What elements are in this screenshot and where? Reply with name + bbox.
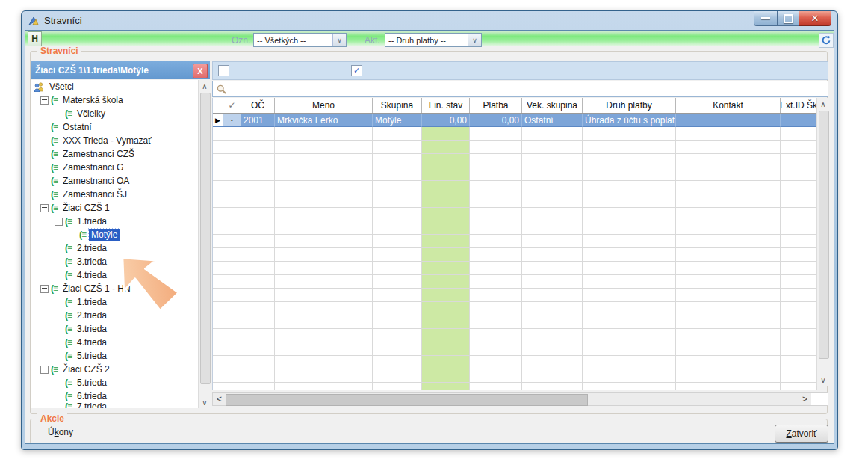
column-header-fin_stav[interactable]: Fin. stav [422,98,470,113]
tree-item-5-trieda[interactable]: (≡5.trieda [31,376,210,389]
grid-scroll-left-icon[interactable]: < [213,393,226,405]
column-header-oc[interactable]: OČ [241,98,275,113]
tree-item-7-trieda[interactable]: (≡7.trieda [31,403,210,408]
search-input[interactable] [212,81,828,97]
cell-meno[interactable]: Mrkvička Ferko [275,114,373,127]
ozn-checkbox[interactable] [218,65,229,76]
tree-item-matersk-kola[interactable]: (≡Materská škola [31,93,210,107]
tree-item-v-etci[interactable]: Všetci [31,80,210,93]
tree-item-zamestnanci-oa[interactable]: (≡Zamestnanci OA [31,174,210,188]
tree-item-label[interactable]: Ostatní [61,121,94,133]
tree-item-label[interactable]: 1.trieda [75,215,109,227]
tree-item-label[interactable]: 2.trieda [75,309,109,321]
column-header-check[interactable]: ✓ [223,98,241,113]
tree-item-label[interactable]: Žiaci CZŠ 2 [61,363,112,375]
diners-grid[interactable]: ✓OČMenoSkupinaFin. stavPlatbaVek. skupin… [212,98,817,390]
tree-item-zamestnanci-g[interactable]: (≡Zamestnanci G [31,161,210,174]
cell-oc[interactable]: 2001 [241,114,275,127]
akt-checkbox[interactable]: ✓ [351,65,362,76]
tree-item-label[interactable]: 5.trieda [75,350,109,362]
grid-scroll-down-icon[interactable]: ∨ [817,374,829,386]
tree-item-label[interactable]: Všetci [47,81,76,93]
tree-item-label[interactable]: 2.trieda [75,242,109,254]
clear-selection-button[interactable]: X [193,64,208,78]
tree-item-4-trieda[interactable]: (≡4.trieda [31,268,210,282]
tree-collapse-icon[interactable] [40,366,49,374]
tree-item-label[interactable]: Zamestnanci OA [61,175,131,187]
grid-horizontal-scrollbar[interactable]: < > [212,392,828,406]
grid-hscroll-thumb[interactable] [226,394,588,406]
payment-type-dropdown[interactable]: -- Druh platby -- ∨ [385,33,482,47]
tree-item-zamestnanci-cz[interactable]: (≡Zamestnanci CZŠ [31,147,210,161]
tree-item-iaci-cz-2[interactable]: (≡Žiaci CZŠ 2 [31,363,210,376]
tree-item-label[interactable]: Motýle [89,229,120,241]
chevron-down-icon[interactable]: ∨ [332,34,346,46]
tree-item-label[interactable]: 7.trieda [75,403,109,408]
cell-check[interactable]: • [223,114,241,127]
zatvorit-button[interactable]: Zatvoriť [775,425,828,443]
tree-item-label[interactable]: Zamestnanci G [61,161,125,173]
grid-scroll-right-icon[interactable]: > [799,393,811,405]
tree-item-label[interactable]: Včielky [75,108,108,120]
column-header-ext_id[interactable]: Ext.ID Šk [781,98,817,113]
cell-fin_stav[interactable]: 0,00 [422,114,470,127]
grid-vscroll-thumb[interactable] [819,111,829,359]
tree-scrollbar[interactable]: ∧ ∨ [198,80,211,408]
column-header-vek_skupina[interactable]: Vek. skupina [522,98,583,113]
tree-scroll-up-icon[interactable]: ∧ [199,80,211,92]
close-window-button[interactable]: ✕ [799,11,831,26]
maximize-button[interactable] [778,11,799,26]
refresh-button[interactable] [819,33,834,48]
column-header-kontakt[interactable]: Kontakt [676,98,781,113]
tree-collapse-icon[interactable] [40,96,49,105]
grid-scroll-up-icon[interactable]: ∧ [817,98,829,110]
tree-item-label[interactable]: Zamestnanci CZŠ [61,148,137,160]
tree-item-3-trieda[interactable]: (≡3.trieda [31,255,210,268]
cell-skupina[interactable]: Motýle [373,114,422,127]
cell-ext_id[interactable] [781,114,817,127]
column-header-marker[interactable] [213,98,223,113]
cell-druh_platby[interactable]: Úhrada z účtu s poplatko [583,114,676,127]
all-dropdown[interactable]: -- Všetkých -- ∨ [253,33,347,47]
cell-vek_skupina[interactable]: Ostatní [522,114,583,127]
chevron-down-icon[interactable]: ∨ [468,34,481,46]
tree-item-label[interactable]: Žiaci CZŠ 1 [61,202,112,214]
tree-item-2-trieda[interactable]: (≡2.trieda [31,241,210,255]
tree-item-6-trieda[interactable]: (≡6.trieda [31,389,210,403]
tree-item-label[interactable]: Žiaci CZŠ 1 - HN [61,283,133,295]
tree-item-iaci-cz-1[interactable]: (≡Žiaci CZŠ 1 [31,201,210,215]
table-row[interactable]: ▶•2001Mrkvička FerkoMotýle0,000,00Ostatn… [213,114,817,127]
tree-collapse-icon[interactable] [55,218,63,226]
tree-scroll-down-icon[interactable]: ∨ [199,396,211,408]
titlebar[interactable]: Stravníci ✕ [22,11,837,30]
ukony-menu[interactable]: Úkony [48,427,73,437]
cell-platba[interactable]: 0,00 [470,114,522,127]
tree-item-xxx-trieda-vymaza[interactable]: (≡XXX Trieda - Vymazať [31,134,210,147]
column-header-druh_platby[interactable]: Druh platby [583,98,676,113]
tree-item-label[interactable]: 1.trieda [75,296,109,308]
column-header-meno[interactable]: Meno [275,98,373,113]
column-header-skupina[interactable]: Skupina [373,98,422,113]
tree-scroll-thumb[interactable] [200,93,211,384]
tree-item-v-ielky[interactable]: (≡Včielky [31,107,210,120]
column-header-platba[interactable]: Platba [470,98,522,113]
cell-kontakt[interactable] [676,114,781,127]
tree-item-2-trieda[interactable]: (≡2.trieda [31,309,210,322]
tree-item-5-trieda[interactable]: (≡5.trieda [31,349,210,363]
tree-item-label[interactable]: Zamestnanci ŠJ [61,188,129,200]
tree-item-1-trieda[interactable]: (≡1.trieda [31,295,210,309]
tree-item-ostatn[interactable]: (≡Ostatní [31,120,210,134]
tree-collapse-icon[interactable] [40,204,49,212]
tree-item-label[interactable]: 6.trieda [75,390,109,402]
tree-item-1-trieda[interactable]: (≡1.trieda [31,215,210,228]
tree-item-mot-le[interactable]: (≡Motýle [31,228,210,241]
tree-item-3-trieda[interactable]: (≡3.trieda [31,322,210,336]
h-button[interactable]: H [28,31,42,46]
grid-vertical-scrollbar[interactable]: ∧ ∨ [816,98,829,386]
minimize-button[interactable] [754,11,778,26]
tree-item-iaci-cz-1-hn[interactable]: (≡Žiaci CZŠ 1 - HN [31,282,210,295]
tree-item-zamestnanci-j[interactable]: (≡Zamestnanci ŠJ [31,188,210,201]
tree-collapse-icon[interactable] [40,285,49,293]
tree-item-label[interactable]: 5.trieda [75,377,109,389]
tree-item-label[interactable]: 4.trieda [75,269,109,281]
